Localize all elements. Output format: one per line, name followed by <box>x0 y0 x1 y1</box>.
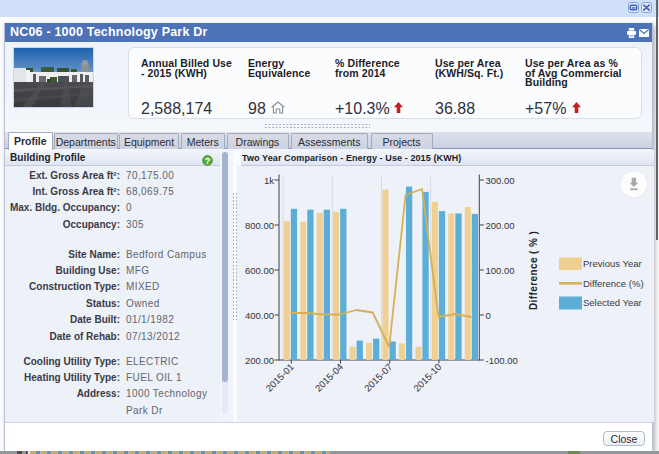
svg-text:400.00: 400.00 <box>245 309 274 320</box>
svg-text:2015-07: 2015-07 <box>362 361 394 393</box>
svg-text:600.00: 600.00 <box>245 264 274 275</box>
svg-text:200.00: 200.00 <box>245 354 274 365</box>
svg-text:100.00: 100.00 <box>486 264 515 275</box>
svg-text:200.00: 200.00 <box>486 219 515 230</box>
svg-text:?: ? <box>205 156 210 166</box>
svg-text:Selected Year: Selected Year <box>583 297 642 308</box>
svg-text:1k: 1k <box>264 174 274 185</box>
svg-text:2015-10: 2015-10 <box>411 361 443 393</box>
svg-text:Difference (%): Difference (%) <box>583 278 644 289</box>
svg-text:Difference ( % ): Difference ( % ) <box>528 230 539 309</box>
svg-text:2015-04: 2015-04 <box>313 361 345 393</box>
svg-text:-100.00: -100.00 <box>486 354 518 365</box>
svg-text:Previous Year: Previous Year <box>583 258 642 269</box>
svg-text:2015-01: 2015-01 <box>263 361 295 393</box>
svg-text:300.00: 300.00 <box>486 174 515 185</box>
svg-text:800.00: 800.00 <box>245 219 274 230</box>
svg-text:0: 0 <box>486 309 491 320</box>
